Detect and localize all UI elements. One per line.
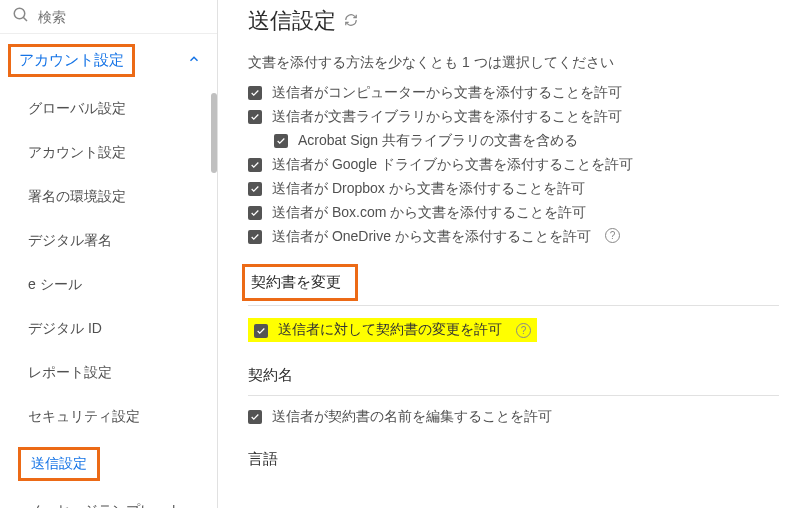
attach-option-library[interactable]: 送信者が文書ライブラリから文書を添付することを許可	[248, 108, 779, 126]
name-option-edit[interactable]: 送信者が契約書の名前を編集することを許可	[248, 408, 779, 426]
refresh-icon[interactable]	[344, 13, 358, 30]
sidebar-item-send-settings[interactable]: 送信設定	[0, 439, 217, 489]
sidebar-item-eseal[interactable]: e シール	[0, 263, 217, 307]
lang-section: 言語	[248, 450, 779, 479]
checkbox-checked-icon[interactable]	[248, 86, 262, 100]
sidebar-item-global-settings[interactable]: グローバル設定	[0, 87, 217, 131]
sidebar-nav-list: グローバル設定 アカウント設定 署名の環境設定 デジタル署名 e シール デジタ…	[0, 87, 217, 508]
checkbox-checked-icon[interactable]	[248, 110, 262, 124]
search-input[interactable]	[38, 9, 213, 25]
attach-option-label: 送信者が Box.com から文書を添付することを許可	[272, 204, 586, 222]
attach-option-label: 送信者が OneDrive から文書を添付することを許可	[272, 228, 591, 246]
help-icon[interactable]: ?	[516, 323, 531, 338]
sidebar-item-account-settings[interactable]: アカウント設定	[0, 131, 217, 175]
scrollbar-thumb[interactable]	[211, 93, 217, 173]
sidebar-section-label: アカウント設定	[8, 44, 135, 77]
modify-option-label: 送信者に対して契約書の変更を許可	[278, 321, 502, 339]
help-icon[interactable]: ?	[605, 228, 620, 243]
attach-option-google-drive[interactable]: 送信者が Google ドライブから文書を添付することを許可	[248, 156, 779, 174]
checkbox-checked-icon[interactable]	[254, 324, 268, 338]
sidebar-item-message-templates[interactable]: メッセージテンプレート	[0, 489, 217, 508]
checkbox-checked-icon[interactable]	[248, 410, 262, 424]
attach-intro: 文書を添付する方法を少なくとも 1 つは選択してください	[248, 54, 779, 72]
sidebar: アカウント設定 グローバル設定 アカウント設定 署名の環境設定 デジタル署名 e…	[0, 0, 218, 508]
page-title-row: 送信設定	[248, 6, 779, 36]
attach-section: 文書を添付する方法を少なくとも 1 つは選択してください 送信者がコンピューター…	[248, 54, 779, 246]
name-heading: 契約名	[248, 366, 779, 396]
modify-heading-row: 契約書を変更	[248, 270, 779, 306]
attach-option-computer[interactable]: 送信者がコンピューターから文書を添付することを許可	[248, 84, 779, 102]
modify-option-allow[interactable]: 送信者に対して契約書の変更を許可 ?	[248, 318, 537, 342]
main-content: 送信設定 文書を添付する方法を少なくとも 1 つは選択してください 送信者がコン…	[218, 0, 799, 508]
attach-option-dropbox[interactable]: 送信者が Dropbox から文書を添付することを許可	[248, 180, 779, 198]
attach-option-label: 送信者が Google ドライブから文書を添付することを許可	[272, 156, 633, 174]
sidebar-item-digital-signature[interactable]: デジタル署名	[0, 219, 217, 263]
attach-option-label: 送信者がコンピューターから文書を添付することを許可	[272, 84, 622, 102]
modify-heading: 契約書を変更	[242, 264, 358, 301]
search-bar[interactable]	[0, 0, 217, 34]
attach-option-label: Acrobat Sign 共有ライブラリの文書を含める	[298, 132, 578, 150]
name-section: 契約名 送信者が契約書の名前を編集することを許可	[248, 366, 779, 426]
attach-option-box[interactable]: 送信者が Box.com から文書を添付することを許可	[248, 204, 779, 222]
attach-option-shared-library[interactable]: Acrobat Sign 共有ライブラリの文書を含める	[274, 132, 779, 150]
checkbox-checked-icon[interactable]	[248, 182, 262, 196]
attach-option-label: 送信者が Dropbox から文書を添付することを許可	[272, 180, 585, 198]
name-option-label: 送信者が契約書の名前を編集することを許可	[272, 408, 552, 426]
sidebar-item-security-settings[interactable]: セキュリティ設定	[0, 395, 217, 439]
checkbox-checked-icon[interactable]	[274, 134, 288, 148]
page-title: 送信設定	[248, 6, 336, 36]
attach-option-onedrive[interactable]: 送信者が OneDrive から文書を添付することを許可 ?	[248, 228, 779, 246]
svg-point-0	[14, 8, 25, 19]
checkbox-checked-icon[interactable]	[248, 206, 262, 220]
checkbox-checked-icon[interactable]	[248, 230, 262, 244]
lang-heading: 言語	[248, 450, 779, 479]
checkbox-checked-icon[interactable]	[248, 158, 262, 172]
search-icon	[12, 6, 38, 27]
sidebar-section-account-settings[interactable]: アカウント設定	[0, 34, 217, 87]
sidebar-item-report-settings[interactable]: レポート設定	[0, 351, 217, 395]
sidebar-item-digital-id[interactable]: デジタル ID	[0, 307, 217, 351]
sidebar-item-signature-prefs[interactable]: 署名の環境設定	[0, 175, 217, 219]
chevron-up-icon	[187, 52, 201, 69]
attach-option-label: 送信者が文書ライブラリから文書を添付することを許可	[272, 108, 622, 126]
modify-section: 契約書を変更 送信者に対して契約書の変更を許可 ?	[248, 270, 779, 342]
svg-line-1	[23, 17, 27, 21]
